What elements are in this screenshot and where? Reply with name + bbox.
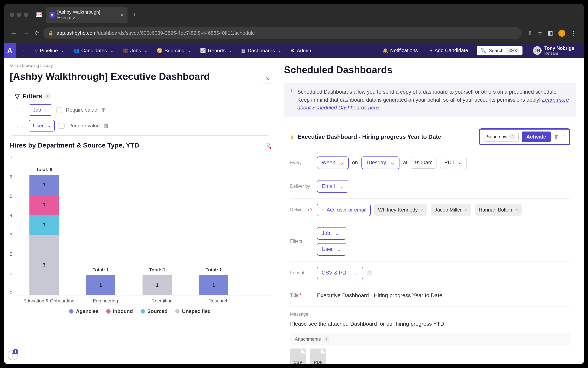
tab-title: [Ashby Walkthrough] Executiv… — [57, 9, 118, 20]
close-window[interactable] — [10, 13, 14, 17]
gmail-tab-icon[interactable] — [35, 11, 43, 19]
nav-admin[interactable]: ⚙Admin — [287, 46, 315, 55]
chevron-down-icon: ⌄ — [47, 123, 51, 128]
schedule-name: Executive Dashboard - Hiring progress Ye… — [297, 133, 475, 140]
close-tab-icon[interactable]: × — [121, 12, 124, 18]
user-menu[interactable]: TN Tony Nobriga Reteam ⌄ — [533, 46, 579, 56]
main-panel: ↺ No browsing history [Ashby Walkthrough… — [4, 58, 276, 364]
bookmark-icon[interactable]: ☆ — [537, 30, 542, 36]
browser-menu-icon[interactable]: ⋮ — [571, 30, 576, 36]
delete-filter-icon[interactable]: 🗑 — [104, 122, 109, 129]
help-count-badge: 3 — [13, 349, 18, 354]
on-label: on — [352, 160, 358, 166]
remove-chip-icon[interactable]: × — [465, 207, 467, 212]
collapse-icon[interactable]: ⌃ — [562, 134, 566, 139]
day-select[interactable]: Tuesday⌄ — [361, 156, 400, 169]
notifications-button[interactable]: 🔔Notifications — [379, 46, 421, 55]
remove-chip-icon[interactable]: × — [421, 207, 423, 212]
delete-filter-icon[interactable]: 🗑 — [101, 107, 107, 113]
app-logo[interactable]: A — [4, 43, 16, 58]
recipient-chip: Hannah Bolton× — [475, 204, 522, 216]
minimize-window[interactable] — [17, 13, 21, 17]
schedule-card: 🔔 Executive Dashboard - Hiring progress … — [284, 123, 576, 364]
nav-pipeline[interactable]: ▽Pipeline — [31, 46, 68, 55]
require-value-label: Require value — [68, 123, 100, 129]
search-button[interactable]: 🔍 Search ⌘+K — [477, 46, 523, 55]
attachments-header: Attachments i — [290, 333, 570, 345]
maximize-window[interactable] — [24, 13, 28, 17]
delete-schedule-icon[interactable]: 🗑 — [554, 134, 559, 140]
frequency-select[interactable]: Week⌄ — [317, 156, 348, 169]
search-icon: 🔍 — [480, 48, 486, 53]
chart-card: Hires by Department & Source Type, YTD ▽… — [10, 141, 270, 314]
filter-select-job[interactable]: Job⌄ — [29, 104, 52, 116]
new-tab-button[interactable]: + — [130, 11, 139, 18]
search-shortcut: ⌘+K — [506, 48, 519, 54]
every-label: Every — [290, 160, 313, 165]
send-now-button[interactable]: Send now i — [483, 132, 519, 142]
require-value-checkbox[interactable] — [59, 123, 64, 129]
chevron-down-icon: ⌄ — [339, 160, 344, 166]
ashby-favicon: A — [50, 12, 54, 18]
profile-avatar[interactable]: T — [558, 30, 565, 37]
svg-rect-0 — [36, 12, 42, 17]
info-icon[interactable]: i — [366, 270, 372, 276]
panel-title: Scheduled Dashboards — [284, 64, 576, 75]
schedule-filter-user[interactable]: User⌄ — [317, 243, 346, 256]
breadcrumb: ↺ No browsing history — [10, 63, 270, 68]
nav-jobs[interactable]: 💼Jobs — [119, 46, 151, 55]
format-select[interactable]: CSV & PDF⌄ — [317, 267, 363, 279]
history-icon: ↺ — [10, 63, 13, 68]
filters-card: ▽ Filters i ⋮⋮ Job⌄ Require value 🗑 — [10, 88, 270, 136]
tabs-dropdown-icon[interactable]: ⌄ — [575, 12, 578, 17]
nav-reports[interactable]: 📈Reports — [196, 46, 236, 55]
schedule-filter-job[interactable]: Job⌄ — [317, 227, 346, 239]
deliver-by-label: Deliver by — [290, 184, 313, 189]
attachment-pdf[interactable]: PDF — [310, 349, 326, 364]
help-button[interactable]: ? 3 — [8, 350, 18, 360]
add-candidate-button[interactable]: +Add Candidate — [426, 46, 472, 55]
close-panel-button[interactable]: × — [263, 74, 272, 83]
attachment-csv[interactable]: CSV — [290, 349, 306, 364]
title-input[interactable]: Executive Dashboard - Hiring progress Ye… — [317, 290, 442, 301]
chart-filter-indicator-icon[interactable]: ▽ — [266, 142, 270, 148]
message-input[interactable]: Please see the attached Dashboard for ou… — [290, 321, 570, 327]
require-value-label: Require value — [66, 107, 97, 113]
browser-chrome: A [Ashby Walkthrough] Executiv… × + ⌄ ← … — [4, 4, 584, 43]
info-icon[interactable]: i — [45, 93, 51, 99]
nav-sourcing[interactable]: 🧭Sourcing — [153, 46, 195, 55]
url-text: app.ashbyhq.com/dashboards/saved/600c603… — [56, 30, 255, 36]
scheduled-dashboards-panel: Scheduled Dashboards i Scheduled Dashboa… — [276, 58, 584, 364]
share-icon[interactable]: ⇪ — [527, 30, 532, 36]
lock-icon: 🔒 — [48, 31, 53, 36]
bell-icon: 🔔 — [290, 135, 294, 139]
home-icon[interactable]: ⌂ — [19, 46, 29, 55]
window-controls[interactable] — [10, 13, 28, 17]
require-value-checkbox[interactable] — [56, 107, 62, 113]
nav-dashboards[interactable]: ▦Dashboards — [238, 46, 285, 55]
delivery-method-select[interactable]: Email⌄ — [317, 180, 348, 193]
drag-handle-icon[interactable]: ⋮⋮ — [15, 107, 25, 113]
nav-candidates[interactable]: 👥Candidates — [70, 46, 117, 55]
add-recipient-button[interactable]: +Add user or email — [317, 204, 371, 216]
filters-label: Filters — [22, 92, 42, 100]
panel-icon[interactable]: ◧ — [548, 30, 553, 36]
info-icon[interactable]: i — [324, 336, 329, 342]
address-bar[interactable]: 🔒 app.ashbyhq.com/dashboards/saved/600c6… — [43, 27, 522, 39]
activate-button[interactable]: Activate — [522, 131, 551, 142]
drag-handle-icon[interactable]: ⋮⋮ — [15, 123, 25, 129]
time-input[interactable]: 9:00am — [411, 157, 437, 169]
user-org: Reteam — [544, 51, 574, 55]
reload-button[interactable]: ⟳ — [35, 30, 39, 36]
chevron-down-icon: ⌄ — [337, 246, 342, 252]
message-label: Message — [290, 312, 313, 317]
browser-tab-active[interactable]: A [Ashby Walkthrough] Executiv… × — [46, 7, 127, 23]
chart-title: Hires by Department & Source Type, YTD — [10, 141, 139, 149]
remove-chip-icon[interactable]: × — [515, 207, 518, 212]
back-button[interactable]: ← — [10, 29, 18, 37]
chevron-down-icon: ⌄ — [458, 160, 463, 166]
timezone-select[interactable]: PDT⌄ — [440, 157, 467, 169]
app-header: A ⌂ ▽Pipeline 👥Candidates 💼Jobs 🧭Sourcin… — [4, 43, 584, 58]
chevron-down-icon: ⌄ — [45, 108, 48, 112]
filter-select-user[interactable]: User⌄ — [29, 120, 55, 131]
